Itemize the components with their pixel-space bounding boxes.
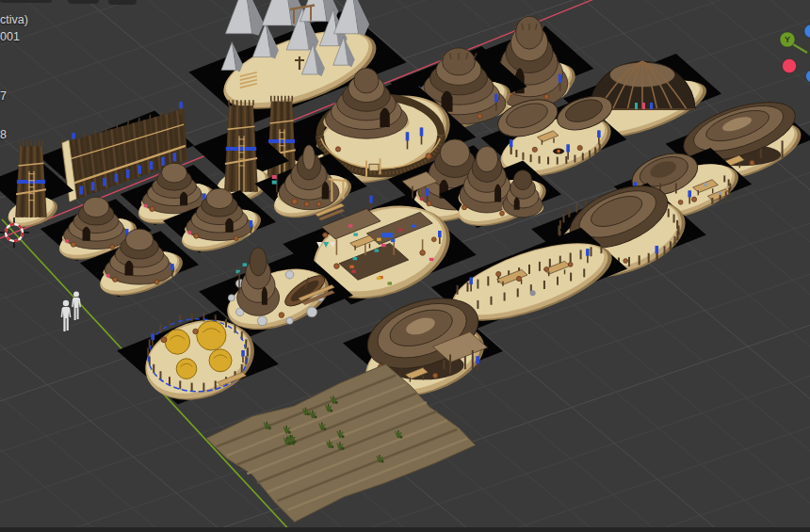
viewport-scene[interactable]: Y — [0, 0, 810, 532]
header-button-fragment[interactable] — [0, 0, 52, 3]
viewport-navigation-gizmo[interactable]: Y — [780, 24, 810, 83]
header-button-fragment[interactable] — [68, 0, 99, 4]
header-button-fragment[interactable] — [108, 0, 137, 5]
axis-gizmo--x[interactable] — [783, 59, 797, 73]
blender-3d-viewport[interactable]: Y ctiva) 001 7 8 — [0, 0, 810, 532]
overlay-stat-text-1: 7 — [0, 90, 7, 103]
axis-gizmo-y[interactable]: Y — [780, 32, 795, 47]
overlay-stat-text-2: 8 — [0, 129, 7, 141]
axis-gizmo-z[interactable] — [804, 24, 810, 38]
statusbar-edge — [0, 527, 810, 532]
overlay-collection-text: ctiva) — [0, 14, 28, 26]
svg-text:Y: Y — [785, 35, 790, 44]
scene-assets — [0, 0, 810, 523]
overlay-object-text: 001 — [0, 31, 20, 43]
